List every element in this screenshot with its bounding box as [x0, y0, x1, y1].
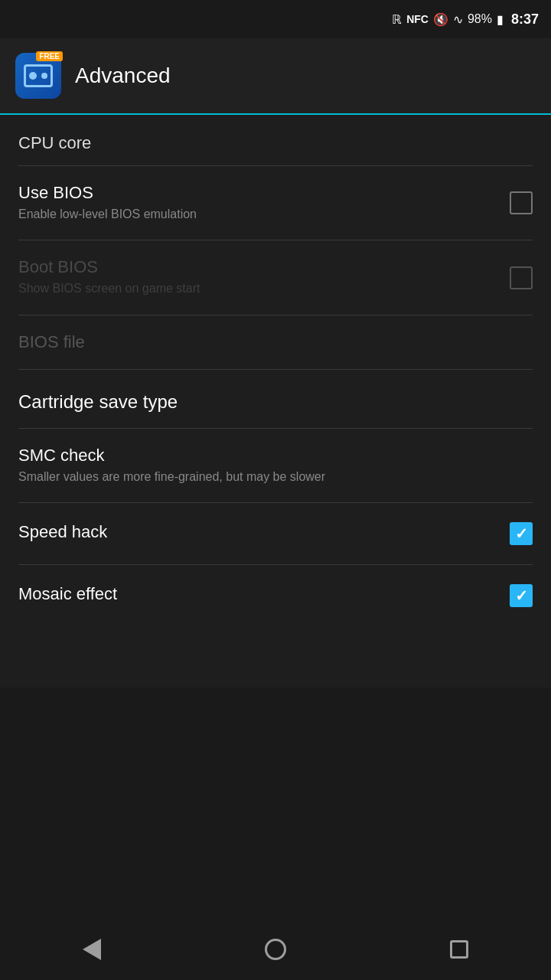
boot-bios-subtitle: Show BIOS screen on game start	[18, 280, 510, 297]
status-time: 8:37	[511, 11, 539, 28]
back-icon	[83, 939, 101, 960]
home-button[interactable]	[245, 930, 306, 969]
use-bios-text: Use BIOS Enable low-level BIOS emulation	[18, 183, 510, 223]
mosaic-effect-item[interactable]: Mosaic effect	[0, 565, 551, 626]
cpu-core-section-header: CPU core	[0, 115, 551, 165]
free-badge: FREE	[36, 51, 63, 61]
mute-icon: 🔇	[433, 12, 448, 27]
boot-bios-checkbox[interactable]	[510, 266, 533, 289]
bottom-padding	[0, 626, 551, 688]
use-bios-subtitle: Enable low-level BIOS emulation	[18, 206, 510, 223]
bluetooth-icon: ℝ	[392, 12, 402, 27]
bios-file-label: BIOS file	[18, 332, 85, 352]
battery-percentage: 98%	[468, 12, 492, 26]
battery-icon: ▮	[497, 12, 504, 27]
use-bios-title: Use BIOS	[18, 183, 510, 203]
app-bar: FREE Advanced	[0, 38, 551, 115]
app-icon-graphic	[24, 64, 53, 87]
page-title: Advanced	[75, 64, 171, 88]
use-bios-checkbox[interactable]	[510, 191, 533, 214]
cartridge-section-header[interactable]: Cartridge save type	[0, 370, 551, 428]
nfc-icon: NFC	[406, 13, 429, 25]
speed-hack-text: Speed hack	[18, 522, 510, 545]
home-icon	[265, 939, 286, 960]
cpu-core-label: CPU core	[18, 133, 91, 152]
smc-check-subtitle: Smaller values are more fine-grained, bu…	[18, 469, 533, 485]
boot-bios-title: Boot BIOS	[18, 257, 510, 277]
app-icon: FREE	[15, 53, 61, 99]
recents-button[interactable]	[429, 930, 490, 969]
mosaic-effect-text: Mosaic effect	[18, 584, 510, 607]
back-button[interactable]	[61, 930, 122, 969]
speed-hack-title: Speed hack	[18, 522, 510, 542]
cartridge-save-type-label: Cartridge save type	[18, 391, 178, 412]
smc-check-item[interactable]: SMC check Smaller values are more fine-g…	[0, 429, 551, 502]
speed-hack-checkbox[interactable]	[510, 522, 533, 545]
smc-check-text: SMC check Smaller values are more fine-g…	[18, 446, 533, 485]
bios-file-item[interactable]: BIOS file	[0, 315, 551, 369]
status-icons: ℝ NFC 🔇 ∿ 98% ▮ 8:37	[392, 11, 539, 28]
status-bar: ℝ NFC 🔇 ∿ 98% ▮ 8:37	[0, 0, 551, 38]
wifi-icon: ∿	[453, 12, 463, 27]
mosaic-effect-checkbox[interactable]	[510, 584, 533, 607]
boot-bios-text: Boot BIOS Show BIOS screen on game start	[18, 257, 510, 297]
use-bios-item[interactable]: Use BIOS Enable low-level BIOS emulation	[0, 166, 551, 240]
mosaic-effect-title: Mosaic effect	[18, 584, 510, 604]
settings-content: CPU core Use BIOS Enable low-level BIOS …	[0, 115, 551, 688]
speed-hack-item[interactable]: Speed hack	[0, 503, 551, 564]
boot-bios-item[interactable]: Boot BIOS Show BIOS screen on game start	[0, 240, 551, 314]
smc-check-title: SMC check	[18, 446, 533, 466]
nav-bar	[0, 919, 551, 980]
recents-icon	[450, 940, 468, 959]
